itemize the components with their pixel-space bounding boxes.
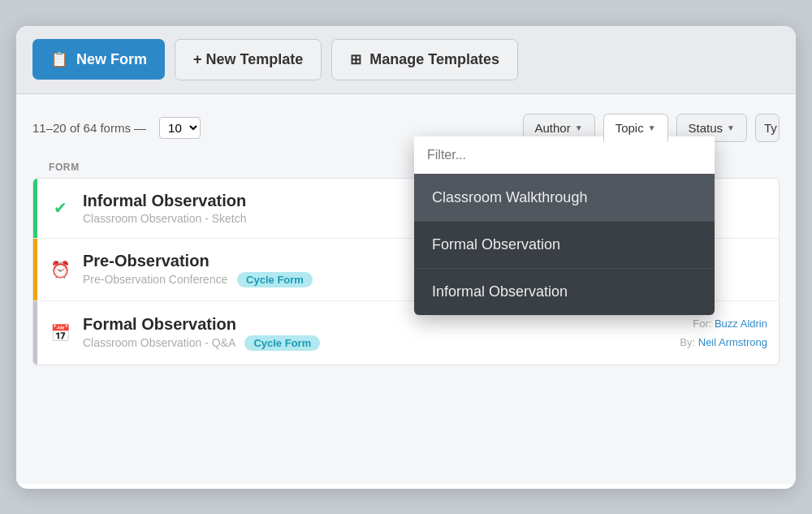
- topic-option-informal-observation-label: Informal Observation: [432, 283, 568, 300]
- topic-option-classroom-walkthrough[interactable]: Classroom Walkthrough: [414, 175, 715, 222]
- by-name-link[interactable]: Neil Armstrong: [698, 336, 767, 348]
- cycle-form-badge: Cycle Form: [237, 272, 313, 287]
- status-label: Status: [689, 121, 723, 135]
- content-area: 11–20 of 64 forms — 10 25 50 Author ▼ To…: [16, 94, 796, 484]
- topic-label: Topic: [615, 121, 644, 135]
- main-card: 📋 New Form + New Template ⊞ Manage Templ…: [16, 26, 796, 489]
- manage-templates-label: Manage Templates: [369, 51, 499, 68]
- for-label: For:: [693, 317, 715, 330]
- form-sub: Classroom Observation - Q&A Cycle Form: [83, 335, 668, 351]
- new-template-label: + New Template: [193, 51, 303, 68]
- topic-filter-button[interactable]: Topic ▼: [603, 114, 668, 142]
- form-info: Formal Observation Classroom Observation…: [83, 315, 668, 351]
- author-label: Author: [535, 121, 571, 135]
- new-template-button[interactable]: + New Template: [175, 39, 322, 80]
- calendar-icon: 📅: [49, 323, 71, 343]
- filter-bar: 11–20 of 64 forms — 10 25 50 Author ▼ To…: [32, 114, 780, 142]
- topic-option-classroom-walkthrough-label: Classroom Walkthrough: [432, 189, 587, 205]
- topic-option-informal-observation[interactable]: Informal Observation: [414, 269, 715, 315]
- clock-icon: ⏰: [49, 260, 71, 279]
- form-name: Formal Observation: [83, 315, 668, 334]
- new-form-label: New Form: [76, 51, 147, 68]
- form-column-header: FORM: [49, 162, 80, 173]
- new-form-button[interactable]: 📋 New Form: [32, 39, 165, 80]
- type-filter-button[interactable]: Ty: [755, 114, 780, 142]
- by-label: By:: [680, 336, 698, 348]
- for-name-link[interactable]: Buzz Aldrin: [715, 317, 767, 330]
- topic-chevron-icon: ▼: [648, 123, 656, 132]
- form-meta: For: Buzz Aldrin By: Neil Armstrong: [680, 314, 767, 352]
- new-form-icon: 📋: [50, 50, 68, 68]
- forms-count: 11–20 of 64 forms —: [32, 121, 146, 135]
- topic-dropdown: Classroom Walkthrough Formal Observation…: [414, 136, 715, 315]
- type-label: Ty: [764, 121, 777, 135]
- manage-templates-button[interactable]: ⊞ Manage Templates: [331, 39, 518, 80]
- topic-option-formal-observation[interactable]: Formal Observation: [414, 222, 715, 269]
- per-page-select[interactable]: 10 25 50: [159, 117, 201, 139]
- author-chevron-icon: ▼: [575, 123, 583, 132]
- grid-icon: ⊞: [350, 51, 361, 68]
- check-icon: ✔: [49, 198, 71, 218]
- toolbar: 📋 New Form + New Template ⊞ Manage Templ…: [16, 26, 796, 94]
- cycle-form-badge: Cycle Form: [244, 335, 320, 351]
- topic-filter-input[interactable]: [414, 136, 715, 175]
- status-chevron-icon: ▼: [727, 123, 735, 132]
- topic-option-formal-observation-label: Formal Observation: [432, 236, 560, 253]
